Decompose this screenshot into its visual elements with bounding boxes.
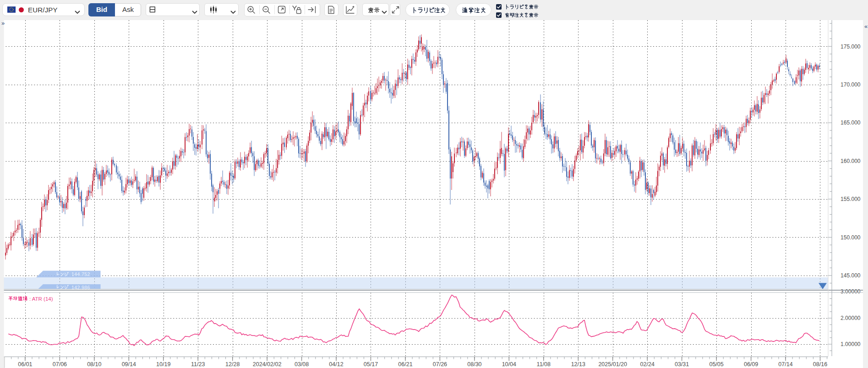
svg-text:»: » <box>1 20 5 27</box>
svg-text:12/28: 12/28 <box>225 361 240 368</box>
svg-text:2.00000: 2.00000 <box>841 315 861 321</box>
svg-text:160.000: 160.000 <box>841 158 861 164</box>
svg-text:2024/02/02: 2024/02/02 <box>253 361 282 368</box>
svg-text:11/08: 11/08 <box>537 361 551 368</box>
svg-text:05/17: 05/17 <box>364 361 378 368</box>
svg-text:02/24: 02/24 <box>640 361 655 368</box>
svg-text:07/06: 07/06 <box>53 361 67 368</box>
svg-text:07/26: 07/26 <box>433 361 447 368</box>
svg-text:12/13: 12/13 <box>571 361 585 368</box>
svg-text:170.000: 170.000 <box>841 81 861 88</box>
svg-text:11/23: 11/23 <box>191 361 205 368</box>
svg-text:145.000: 145.000 <box>841 272 861 279</box>
svg-text:155.000: 155.000 <box>841 196 861 202</box>
svg-text:1.00000: 1.00000 <box>841 341 861 347</box>
svg-text:06/21: 06/21 <box>398 361 412 368</box>
svg-text:06/09: 06/09 <box>744 361 758 368</box>
svg-text:3.00000: 3.00000 <box>841 288 861 295</box>
svg-text:03/31: 03/31 <box>675 361 689 368</box>
svg-text:04/12: 04/12 <box>329 361 343 368</box>
svg-text:03/08: 03/08 <box>295 361 309 368</box>
svg-text:150.000: 150.000 <box>841 234 861 241</box>
svg-text:05/05: 05/05 <box>709 361 723 368</box>
svg-text:2025/01/20: 2025/01/20 <box>598 361 627 368</box>
svg-text:08/10: 08/10 <box>87 361 101 368</box>
svg-text:«: « <box>864 23 868 30</box>
svg-text:10/04: 10/04 <box>502 361 516 368</box>
svg-text:08/16: 08/16 <box>813 361 827 368</box>
svg-text:09/14: 09/14 <box>122 361 136 368</box>
svg-text:10/19: 10/19 <box>156 361 170 368</box>
svg-text:08/30: 08/30 <box>467 361 481 368</box>
svg-text:175.000: 175.000 <box>841 43 861 50</box>
svg-text:07/14: 07/14 <box>778 361 792 368</box>
svg-text:06/01: 06/01 <box>18 361 32 368</box>
svg-text:165.000: 165.000 <box>841 119 861 126</box>
